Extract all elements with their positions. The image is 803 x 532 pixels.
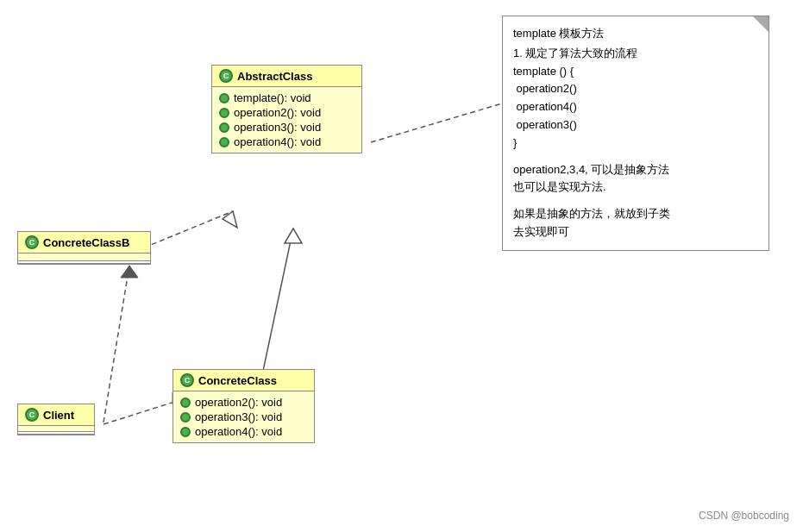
- client-box: C Client: [17, 404, 95, 435]
- client-header: C Client: [18, 404, 94, 426]
- abstract-member-label-4: operation4(): void: [234, 135, 321, 148]
- concrete-classb-body: [18, 253, 150, 260]
- concrete-member-icon-3: [180, 427, 191, 437]
- concrete-classb-name: ConcreteClassB: [43, 236, 129, 249]
- note-title: template 模板方法: [513, 25, 758, 43]
- abstract-member-4: operation4(): void: [219, 135, 354, 149]
- member-icon-4: [219, 137, 229, 147]
- concrete-classb-header: C ConcreteClassB: [18, 232, 150, 253]
- note-box: template 模板方法 1. 规定了算法大致的流程 template () …: [502, 16, 769, 251]
- abstract-member-label-2: operation2(): void: [234, 106, 321, 119]
- concrete-member-icon-2: [180, 412, 191, 422]
- abstract-member-2: operation2(): void: [219, 105, 354, 120]
- abstract-member-3: operation3(): void: [219, 120, 354, 135]
- member-icon-2: [219, 108, 229, 118]
- concrete-member-icon-1: [180, 397, 191, 408]
- member-icon-3: [219, 122, 229, 133]
- client-icon: C: [25, 408, 39, 422]
- client-name: Client: [43, 409, 74, 422]
- svg-marker-6: [121, 266, 138, 278]
- concrete-class-body: operation2(): void operation3(): void op…: [173, 391, 314, 442]
- note-line-1: 1. 规定了算法大致的流程: [513, 45, 758, 63]
- abstract-class-name: AbstractClass: [237, 70, 312, 83]
- watermark: CSDN @bobcoding: [699, 510, 789, 522]
- abstract-class-icon: C: [219, 69, 233, 83]
- concrete-member-label-1: operation2(): void: [195, 396, 282, 409]
- concrete-classb-icon: C: [25, 235, 39, 249]
- abstract-member-1: template(): void: [219, 91, 354, 105]
- concrete-class-name: ConcreteClass: [198, 374, 277, 387]
- member-icon-1: [219, 93, 229, 103]
- concrete-class-header: C ConcreteClass: [173, 370, 314, 391]
- concrete-class-icon: C: [180, 373, 194, 387]
- abstract-class-body: template(): void operation2(): void oper…: [212, 87, 361, 153]
- note-line-2: template () {: [513, 63, 758, 81]
- concrete-member-label-2: operation3(): void: [195, 410, 282, 423]
- note-line-8: 也可以是实现方法.: [513, 178, 758, 197]
- concrete-member-label-3: operation4(): void: [195, 425, 282, 438]
- note-spacer-2: [513, 197, 758, 205]
- diagram-container: C AbstractClass template(): void operati…: [0, 0, 803, 532]
- svg-marker-2: [285, 228, 302, 243]
- note-line-10: 去实现即可: [513, 223, 758, 241]
- note-line-5: operation3(): [513, 116, 758, 135]
- svg-line-0: [371, 103, 502, 142]
- abstract-member-label-1: template(): void: [234, 91, 311, 104]
- concrete-member-1: operation2(): void: [180, 395, 307, 410]
- abstract-class-box: C AbstractClass template(): void operati…: [211, 65, 362, 153]
- concrete-member-3: operation4(): void: [180, 424, 307, 439]
- note-spacer-1: [513, 153, 758, 161]
- concrete-classb-box: C ConcreteClassB: [17, 231, 151, 265]
- note-line-3: operation2(): [513, 80, 758, 98]
- concrete-member-2: operation3(): void: [180, 410, 307, 424]
- note-line-7: operation2,3,4, 可以是抽象方法: [513, 161, 758, 179]
- abstract-class-header: C AbstractClass: [212, 66, 361, 87]
- svg-line-1: [263, 228, 293, 371]
- concrete-class-box: C ConcreteClass operation2(): void opera…: [173, 369, 315, 443]
- svg-line-5: [104, 266, 129, 422]
- svg-marker-4: [223, 211, 237, 228]
- abstract-member-label-3: operation3(): void: [234, 121, 321, 134]
- note-line-4: operation4(): [513, 98, 758, 116]
- note-line-6: }: [513, 135, 758, 153]
- note-line-9: 如果是抽象的方法，就放到子类: [513, 205, 758, 223]
